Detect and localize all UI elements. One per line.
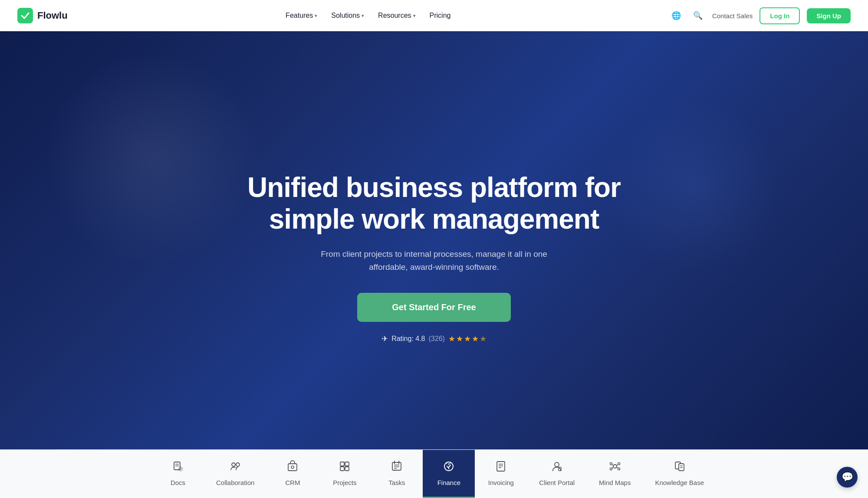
tab-icon-mind-maps bbox=[609, 460, 621, 475]
tab-icon-tasks bbox=[391, 460, 403, 475]
svg-rect-18 bbox=[497, 462, 505, 471]
tab-icon-collaboration bbox=[229, 460, 241, 475]
svg-rect-0 bbox=[17, 8, 33, 23]
nav-link-features[interactable]: Features ▾ bbox=[279, 8, 323, 23]
tab-label-projects: Projects bbox=[333, 479, 356, 486]
svg-rect-9 bbox=[340, 462, 344, 466]
hero-subtitle: From client projects to internal process… bbox=[304, 248, 564, 274]
tab-item-invoicing[interactable]: Invoicing bbox=[475, 450, 527, 498]
rating-icon: ✈ bbox=[381, 334, 388, 344]
svg-point-25 bbox=[610, 463, 612, 465]
star-1: ★ bbox=[448, 334, 455, 344]
get-started-button[interactable]: Get Started For Free bbox=[357, 293, 510, 322]
chat-widget[interactable]: 💬 bbox=[837, 467, 858, 488]
hero-content: Unified business platform for simple wor… bbox=[247, 172, 621, 344]
signup-button[interactable]: Sign Up bbox=[807, 8, 851, 23]
tab-item-finance[interactable]: Finance bbox=[423, 450, 475, 498]
tab-label-knowledge-base: Knowledge Base bbox=[655, 479, 704, 486]
globe-icon-button[interactable]: 🌐 bbox=[669, 8, 684, 23]
feature-tabs: Docs Collaboration CRM Projects Tasks Fi… bbox=[0, 449, 868, 498]
contact-sales-link[interactable]: Contact Sales bbox=[712, 12, 753, 20]
tab-label-mind-maps: Mind Maps bbox=[599, 479, 631, 486]
tab-item-tasks[interactable]: Tasks bbox=[371, 450, 423, 498]
svg-point-22 bbox=[555, 462, 559, 467]
star-2: ★ bbox=[456, 334, 463, 344]
rating-row: ✈ Rating: 4.8 (326) ★ ★ ★ ★ ★ bbox=[247, 334, 621, 344]
tab-label-collaboration: Collaboration bbox=[216, 479, 254, 486]
star-rating: ★ ★ ★ ★ ★ bbox=[448, 334, 487, 344]
svg-line-32 bbox=[617, 467, 618, 469]
svg-point-24 bbox=[613, 465, 617, 468]
tab-icon-crm bbox=[286, 460, 299, 475]
logo[interactable]: Flowlu bbox=[17, 8, 68, 23]
chat-icon: 💬 bbox=[842, 472, 853, 483]
star-3: ★ bbox=[464, 334, 471, 344]
tab-label-client-portal: Client Portal bbox=[539, 479, 575, 486]
nav-link-pricing[interactable]: Pricing bbox=[424, 8, 457, 23]
tab-item-client-portal[interactable]: Client Portal bbox=[527, 450, 587, 498]
nav-link-resources[interactable]: Resources ▾ bbox=[372, 8, 421, 23]
tab-item-projects[interactable]: Projects bbox=[319, 450, 371, 498]
nav-link-solutions[interactable]: Solutions ▾ bbox=[325, 8, 370, 23]
chevron-down-icon: ▾ bbox=[362, 13, 364, 19]
rating-count: (326) bbox=[429, 335, 445, 343]
rating-text: Rating: 4.8 bbox=[391, 335, 425, 343]
hero-title: Unified business platform for simple wor… bbox=[247, 172, 621, 236]
tab-icon-client-portal bbox=[551, 460, 563, 475]
svg-rect-13 bbox=[392, 462, 401, 470]
nav-links: Features ▾ Solutions ▾ Resources ▾ Prici… bbox=[279, 8, 457, 23]
tab-icon-finance bbox=[443, 460, 455, 475]
svg-point-27 bbox=[610, 468, 612, 470]
tab-icon-docs bbox=[172, 460, 184, 475]
navbar: Flowlu Features ▾ Solutions ▾ Resources … bbox=[0, 0, 868, 31]
tab-label-finance: Finance bbox=[437, 479, 460, 486]
tab-icon-projects bbox=[339, 460, 351, 475]
tab-label-crm: CRM bbox=[285, 479, 300, 486]
svg-rect-7 bbox=[288, 464, 297, 471]
svg-point-28 bbox=[618, 468, 620, 470]
tab-icon-knowledge-base bbox=[674, 460, 686, 475]
chevron-down-icon: ▾ bbox=[315, 13, 317, 19]
logo-icon bbox=[17, 8, 33, 23]
svg-rect-12 bbox=[345, 467, 349, 471]
tab-item-knowledge-base[interactable]: Knowledge Base bbox=[643, 450, 716, 498]
tab-icon-invoicing bbox=[495, 460, 507, 475]
tab-item-mind-maps[interactable]: Mind Maps bbox=[587, 450, 643, 498]
hero-section: Unified business platform for simple wor… bbox=[0, 0, 868, 498]
tab-item-collaboration[interactable]: Collaboration bbox=[204, 450, 266, 498]
svg-point-5 bbox=[232, 463, 235, 466]
svg-point-17 bbox=[444, 462, 453, 471]
tab-label-docs: Docs bbox=[171, 479, 185, 486]
svg-line-29 bbox=[612, 465, 613, 466]
tab-item-docs[interactable]: Docs bbox=[152, 450, 204, 498]
nav-right: 🌐 🔍 Contact Sales Log In Sign Up bbox=[669, 7, 851, 24]
tabs-row: Docs Collaboration CRM Projects Tasks Fi… bbox=[0, 450, 868, 498]
svg-line-31 bbox=[612, 467, 613, 469]
svg-rect-11 bbox=[340, 467, 344, 471]
tab-label-invoicing: Invoicing bbox=[488, 479, 514, 486]
svg-rect-34 bbox=[679, 464, 684, 471]
svg-rect-10 bbox=[345, 462, 349, 466]
chevron-down-icon: ▾ bbox=[413, 13, 416, 19]
svg-point-8 bbox=[291, 466, 294, 469]
svg-point-26 bbox=[618, 463, 620, 465]
svg-point-6 bbox=[236, 463, 240, 466]
star-5-half: ★ bbox=[480, 334, 487, 344]
login-button[interactable]: Log In bbox=[760, 7, 800, 24]
svg-point-2 bbox=[178, 467, 183, 471]
star-4: ★ bbox=[472, 334, 479, 344]
svg-line-30 bbox=[617, 465, 618, 466]
search-icon-button[interactable]: 🔍 bbox=[690, 8, 705, 23]
tab-label-tasks: Tasks bbox=[388, 479, 405, 486]
logo-text: Flowlu bbox=[37, 10, 68, 21]
tab-item-crm[interactable]: CRM bbox=[266, 450, 319, 498]
